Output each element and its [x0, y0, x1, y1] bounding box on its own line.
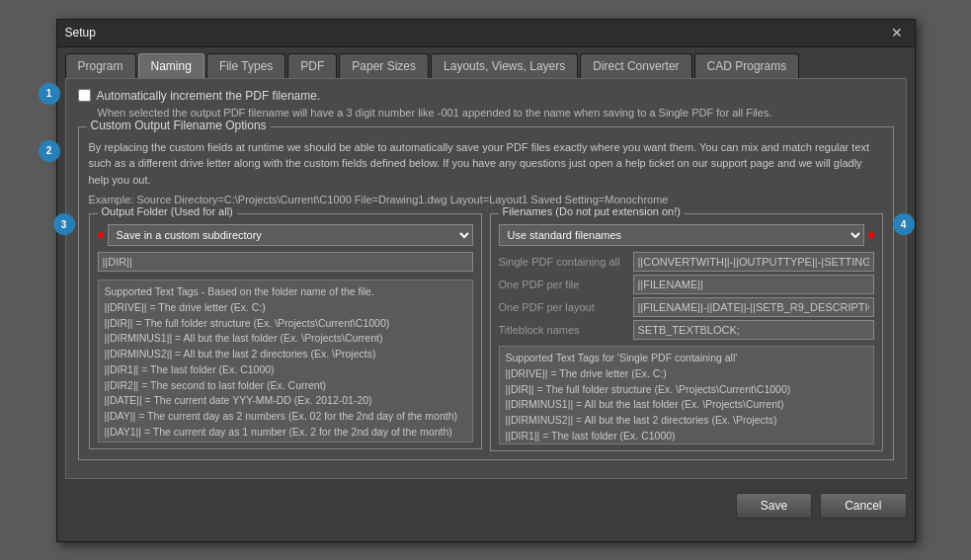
setup-dialog: Setup ✕ Program Naming File Types PDF Pa… [56, 19, 916, 542]
output-folder-col: 3 Output Folder (Used for all) Save in a… [89, 213, 482, 451]
output-folder-info-box: Supported Text Tags - Based on the folde… [98, 280, 473, 442]
tab-cad-programs[interactable]: CAD Programs [694, 53, 800, 78]
filenames-col: 4 Filenames (Do not put extension on!) U… [490, 213, 883, 451]
cancel-button[interactable]: Cancel [820, 493, 906, 519]
badge-2: 2 [39, 140, 60, 162]
field-value-one-per-file[interactable] [633, 275, 874, 294]
title-bar: Setup ✕ [57, 20, 915, 47]
info-line: Supported Text Tags - Based on the folde… [105, 284, 466, 300]
info-line: ||DIRMINUS2|| = All but the last 2 direc… [105, 347, 466, 362]
badge-3: 3 [53, 213, 75, 235]
info-line: ||DIRMINUS1|| = All but the last folder … [105, 331, 466, 347]
custom-options-text: By replacing the custom fields at runtim… [89, 139, 883, 189]
filenames-select-row: Use standard filenames Use custom filena… [499, 224, 874, 246]
field-label-one-per-file: One PDF per file [499, 279, 627, 290]
output-folder-select-row: Save in a custom subdirectory Use source… [98, 224, 473, 246]
tab-bar: Program Naming File Types PDF Paper Size… [57, 47, 915, 78]
tab-file-types[interactable]: File Types [206, 53, 285, 78]
field-value-titleblock[interactable] [633, 320, 874, 340]
dialog-title: Setup [65, 26, 96, 40]
info-line-right: ||DRIVE|| = The drive letter (Ex. C:) [506, 366, 867, 382]
tab-paper-sizes[interactable]: Paper Sizes [339, 53, 429, 78]
tab-layouts-views-layers[interactable]: Layouts, Views, Layers [431, 53, 578, 78]
info-line: ||MONTH|| = The current month as 2 numbe… [105, 440, 466, 443]
info-line: ||DIR2|| = The second to last folder (Ex… [105, 378, 466, 394]
field-value-single-pdf[interactable] [633, 252, 874, 272]
custom-options-section: Custom Output Filename Options By replac… [78, 126, 894, 461]
info-line: ||DIR|| = The full folder structure (Ex.… [105, 316, 466, 332]
bottom-bar: Save Cancel [57, 487, 915, 526]
filenames-dropdown[interactable]: Use standard filenames Use custom filena… [499, 224, 864, 246]
info-line-right: ||DIR1|| = The last folder (Ex. C1000) [506, 429, 867, 444]
output-folder-red-marker [98, 232, 104, 238]
info-line: ||DAY|| = The current day as 2 numbers (… [105, 409, 466, 425]
filenames-section: Filenames (Do not put extension on!) Use… [490, 213, 883, 451]
badge-4: 4 [893, 213, 915, 235]
tab-program[interactable]: Program [65, 53, 136, 78]
info-line: ||DIR1|| = The last folder (Ex. C1000) [105, 362, 466, 378]
save-button[interactable]: Save [736, 493, 812, 519]
auto-increment-row: Automatically increment the PDF filename… [78, 89, 894, 103]
custom-options-title: Custom Output Filename Options [87, 119, 271, 132]
info-line-right: ||DIRMINUS1|| = All but the last folder … [506, 397, 867, 413]
auto-increment-desc: When selected the output PDF filename wi… [98, 107, 894, 119]
field-label-single-pdf: Single PDF containing all [499, 256, 627, 268]
tab-pdf[interactable]: PDF [287, 53, 337, 78]
auto-increment-checkbox[interactable] [78, 89, 91, 102]
info-line-right: Supported Text Tags for 'Single PDF cont… [506, 351, 867, 366]
auto-increment-label: Automatically increment the PDF filename… [97, 89, 321, 103]
tab-naming[interactable]: Naming [138, 53, 204, 78]
field-row-one-per-layout: One PDF per layout [499, 297, 874, 317]
badge-1: 1 [39, 83, 60, 105]
filenames-red-marker [868, 232, 874, 238]
custom-options-example: Example: Source Directory=C:\Projects\Cu… [89, 194, 883, 205]
info-line: ||DRIVE|| = The drive letter (Ex. C:) [105, 300, 466, 316]
output-folder-section: Output Folder (Used for all) Save in a c… [89, 213, 482, 449]
close-button[interactable]: ✕ [887, 23, 907, 42]
field-label-one-per-layout: One PDF per layout [499, 301, 627, 313]
auto-increment-checkbox-label[interactable]: Automatically increment the PDF filename… [78, 89, 321, 103]
info-line: ||DATE|| = The current date YYY-MM-DD (E… [105, 393, 466, 409]
field-row-one-per-file: One PDF per file [499, 275, 874, 294]
field-row-single-pdf: Single PDF containing all [499, 252, 874, 272]
tab-direct-converter[interactable]: Direct Converter [580, 53, 691, 78]
info-line-right: ||DIRMINUS2|| = All but the last 2 direc… [506, 413, 867, 429]
output-folder-dropdown[interactable]: Save in a custom subdirectory Use source… [108, 224, 473, 246]
main-content: 1 Automatically increment the PDF filena… [65, 78, 907, 480]
two-column-layout: 3 Output Folder (Used for all) Save in a… [89, 213, 883, 451]
output-folder-title: Output Folder (Used for all) [98, 205, 237, 217]
filenames-title: Filenames (Do not put extension on!) [499, 205, 685, 217]
output-folder-dir-input[interactable] [98, 252, 473, 272]
field-value-one-per-layout[interactable] [633, 297, 874, 317]
filenames-info-box: Supported Text Tags for 'Single PDF cont… [499, 346, 874, 444]
field-label-titleblock: Titleblock names [499, 324, 627, 336]
field-row-titleblock: Titleblock names [499, 320, 874, 340]
info-line-right: ||DIR|| = The full folder structure (Ex.… [506, 382, 867, 398]
info-line: ||DAY1|| = The current day as 1 number (… [105, 425, 466, 440]
